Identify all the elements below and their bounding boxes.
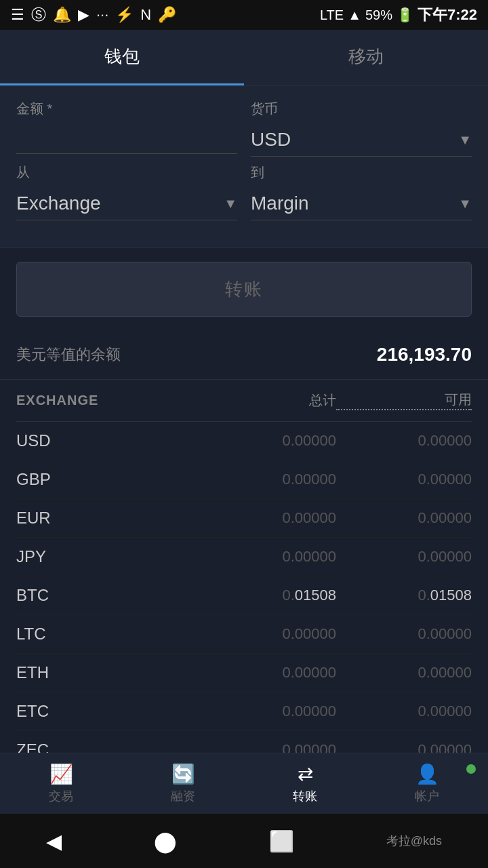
to-select[interactable]: Margin ▼ [251, 187, 472, 220]
from-group: 从 Exchange ▼ [16, 163, 237, 220]
bottom-nav: 📈 交易 🔄 融资 ⇄ 转账 👤 帐户 [0, 753, 488, 814]
tab-wallet[interactable]: 钱包 [0, 30, 244, 85]
balance-section: 美元等值的余额 216,193.70 [0, 330, 488, 380]
menu-icon: ☰ [11, 6, 24, 24]
row-available: 0.00000 [336, 509, 472, 527]
nfc-icon: N [140, 6, 151, 24]
table-header: EXCHANGE 总计 可用 [16, 380, 472, 422]
account-icon: 👤 [415, 763, 439, 785]
row-total: 0.00000 [201, 625, 336, 643]
transfer-button-area: 转账 [0, 248, 488, 330]
nav-trading[interactable]: 📈 交易 [0, 763, 122, 804]
row-currency: JPY [16, 547, 201, 566]
row-available: 0.00000 [336, 548, 472, 566]
nav-transfer-label: 转账 [293, 788, 317, 804]
system-nav: ◀ ⬤ ⬜ 考拉@kds [0, 814, 488, 868]
status-bar-right: LTE ▲ 59% 🔋 下午7:22 [320, 5, 477, 25]
battery-icon: 🔋 [396, 7, 413, 23]
row-currency: LTC [16, 625, 201, 644]
amount-group: 金额 * [16, 100, 237, 157]
battery-text: 59% [365, 7, 392, 23]
col-header-total: 总计 [201, 391, 336, 410]
row-available: 0.01508 [336, 587, 472, 604]
home-button[interactable]: ⬤ [154, 829, 177, 853]
row-total: 0.00000 [201, 509, 336, 527]
trading-icon: 📈 [49, 763, 73, 785]
table-row: JPY 0.00000 0.00000 [16, 538, 472, 576]
row-total: 0.01508 [201, 587, 336, 604]
table-row: LTC 0.00000 0.00000 [16, 615, 472, 654]
online-indicator [466, 764, 476, 774]
signal-icon: ▲ [348, 7, 361, 23]
nav-transfer[interactable]: ⇄ 转账 [244, 763, 366, 804]
row-available: 0.00000 [336, 432, 472, 450]
from-value: Exchange [16, 193, 101, 214]
send-icon: ▶ [78, 6, 89, 24]
to-label: 到 [251, 163, 472, 182]
lte-icon: LTE [320, 7, 344, 23]
back-button[interactable]: ◀ [46, 829, 62, 853]
nav-account[interactable]: 👤 帐户 [366, 763, 488, 804]
chevron-down-icon-to: ▼ [458, 196, 472, 212]
main-tabs: 钱包 移动 [0, 30, 488, 86]
row-available: 0.00000 [336, 625, 472, 643]
nav-finance-label: 融资 [171, 788, 195, 804]
nav-finance[interactable]: 🔄 融资 [122, 763, 244, 804]
chevron-down-icon-from: ▼ [224, 196, 237, 212]
amount-input[interactable] [16, 123, 237, 154]
tab-move[interactable]: 移动 [244, 30, 488, 85]
key-icon: 🔑 [158, 6, 176, 24]
clock: 下午7:22 [418, 5, 477, 25]
watermark: 考拉@kds [386, 833, 442, 849]
status-bar: ☰ Ⓢ 🔔 ▶ ··· ⚡ N 🔑 LTE ▲ 59% 🔋 下午7:22 [0, 0, 488, 30]
currency-label: 货币 [251, 100, 472, 118]
row-currency: USD [16, 431, 201, 450]
col-header-available: 可用 [336, 391, 472, 410]
balance-value: 216,193.70 [377, 344, 472, 366]
balance-label: 美元等值的余额 [16, 344, 121, 365]
row-total: 0.00000 [201, 664, 336, 682]
nav-account-label: 帐户 [415, 788, 439, 804]
from-select[interactable]: Exchange ▼ [16, 187, 237, 220]
table-row: GBP 0.00000 0.00000 [16, 460, 472, 499]
currency-group: 货币 USD ▼ [251, 100, 472, 157]
currency-select[interactable]: USD ▼ [251, 123, 472, 157]
recents-button[interactable]: ⬜ [269, 829, 294, 853]
finance-icon: 🔄 [171, 763, 195, 785]
row-total: 0.00000 [201, 432, 336, 450]
table-row: ETC 0.00000 0.00000 [16, 692, 472, 731]
row-currency: EUR [16, 509, 201, 528]
row-available: 0.00000 [336, 664, 472, 682]
from-label: 从 [16, 163, 237, 182]
row-total: 0.00000 [201, 471, 336, 488]
row-currency: GBP [16, 470, 201, 489]
row-currency: BTC [16, 586, 201, 605]
table-row: BTC 0.01508 0.01508 [16, 576, 472, 615]
to-group: 到 Margin ▼ [251, 163, 472, 220]
chevron-down-icon: ▼ [458, 132, 472, 148]
more-icon: ··· [96, 6, 108, 24]
nav-trading-label: 交易 [49, 788, 73, 804]
row-currency: ETH [16, 663, 201, 682]
row-available: 0.00000 [336, 471, 472, 488]
row-total: 0.00000 [201, 703, 336, 720]
status-bar-left: ☰ Ⓢ 🔔 ▶ ··· ⚡ N 🔑 [11, 5, 176, 25]
amount-label: 金额 * [16, 100, 237, 118]
row-available: 0.00000 [336, 703, 472, 720]
table-row: USD 0.00000 0.00000 [16, 422, 472, 460]
bluetooth-icon: ⚡ [115, 6, 134, 24]
to-value: Margin [251, 193, 309, 214]
row-total: 0.00000 [201, 548, 336, 566]
row-currency: ETC [16, 702, 201, 721]
transfer-button[interactable]: 转账 [16, 262, 472, 317]
wallet-status-icon: Ⓢ [31, 5, 46, 25]
notification-icon: 🔔 [53, 6, 71, 24]
transfer-form: 金额 * 货币 USD ▼ 从 Exchange ▼ 到 Margin ▼ [0, 86, 488, 248]
table-row: ETH 0.00000 0.00000 [16, 654, 472, 692]
currency-value: USD [251, 129, 291, 151]
transfer-icon: ⇄ [298, 763, 313, 785]
section-label: EXCHANGE [16, 393, 201, 408]
table-row: EUR 0.00000 0.00000 [16, 499, 472, 538]
